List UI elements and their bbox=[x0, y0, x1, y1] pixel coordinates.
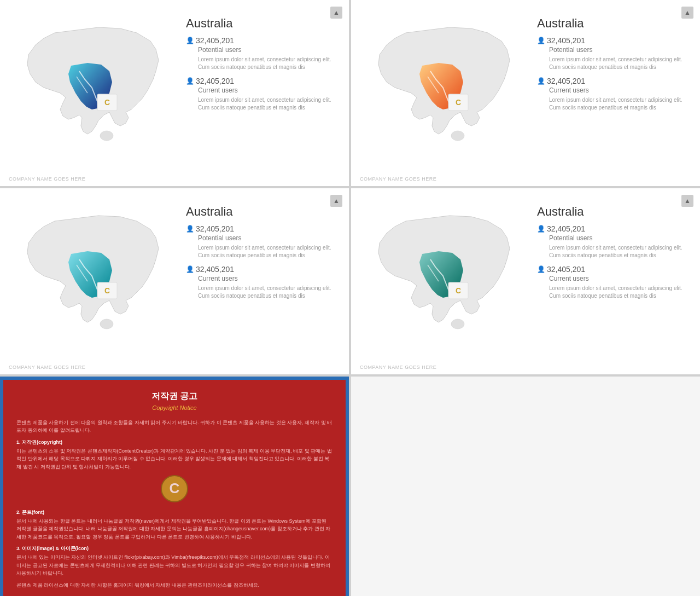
card-2-map: C bbox=[362, 16, 526, 170]
card-3-potential-desc: Lorem ipsum dolor sit amet, consectetur … bbox=[198, 244, 338, 259]
card-1-potential-desc: Lorem ipsum dolor sit amet, consectetur … bbox=[198, 56, 338, 71]
svg-point-2 bbox=[100, 131, 113, 141]
card-3-current-desc: Lorem ipsum dolor sit amet, consectetur … bbox=[198, 285, 338, 300]
card-3-company: COMPANY NAME GOES HERE bbox=[9, 364, 85, 370]
copyright-box: 저작권 공고 Copyright Notice 콘텐츠 제품을 사용하기 전에 … bbox=[3, 380, 346, 596]
copyright-section-3: 3. 이미지(image) & 아이콘(icon) 문서 내에 있는 이미지는 … bbox=[16, 545, 332, 577]
card-3-potential-count: 32,405,201 bbox=[196, 224, 234, 233]
copyright-section-2: 2. 폰트(font) 문서 내에 사용되는 한글 폰트는 내러너 나눔글꼴 저… bbox=[16, 509, 332, 541]
card-4-potential-desc: Lorem ipsum dolor sit amet, consectetur … bbox=[549, 244, 689, 259]
card-4-title: Australia bbox=[537, 205, 689, 219]
card-4-potential-count: 32,405,201 bbox=[547, 224, 585, 233]
card-2-current-desc: Lorem ipsum dolor sit amet, consectetur … bbox=[549, 96, 689, 112]
card-3-info: Australia 👤 32,405,201 Potential users L… bbox=[186, 199, 338, 305]
copyright-title-english: Copyright Notice bbox=[16, 404, 332, 411]
svg-text:C: C bbox=[104, 98, 110, 107]
person-icon-2b: 👤 bbox=[537, 77, 545, 85]
person-icon-4a: 👤 bbox=[537, 225, 545, 233]
card-2-info: Australia 👤 32,405,201 Potential users L… bbox=[537, 11, 689, 117]
card-1-current-desc: Lorem ipsum dolor sit amet, consectetur … bbox=[198, 96, 338, 112]
card-2-company: COMPANY NAME GOES HERE bbox=[360, 176, 436, 182]
main-grid: ▲ C bbox=[0, 0, 700, 596]
card-4-map: C bbox=[362, 205, 526, 358]
svg-text:C: C bbox=[104, 286, 110, 295]
card-1-potential-stat-row: 👤 32,405,201 bbox=[186, 36, 338, 45]
svg-text:C: C bbox=[456, 98, 461, 107]
card-3-title: Australia bbox=[186, 205, 338, 219]
person-icon-2a: 👤 bbox=[537, 37, 545, 44]
card-2-title: Australia bbox=[537, 16, 689, 31]
copyright-badge-icon: C bbox=[161, 475, 188, 502]
svg-point-8 bbox=[100, 319, 113, 329]
card-2-current-count: 32,405,201 bbox=[547, 77, 585, 85]
card-4-info: Australia 👤 32,405,201 Potential users L… bbox=[537, 199, 689, 305]
copyright-section-1-body: 이는 콘텐츠의 소유 및 저작권은 콘텐츠제작자(ContentCreator)… bbox=[16, 447, 332, 471]
card-2-potential-desc: Lorem ipsum dolor sit amet, consectetur … bbox=[549, 56, 689, 71]
card-2-potential-stat-row: 👤 32,405,201 bbox=[537, 36, 689, 45]
card-2-potential-label: Potential users bbox=[549, 46, 689, 54]
person-icon-1b: 👤 bbox=[186, 77, 194, 85]
person-icon-4b: 👤 bbox=[537, 265, 545, 273]
card-1-current-label: Current users bbox=[198, 86, 338, 94]
card-3-potential-stat-row: 👤 32,405,201 bbox=[186, 224, 338, 233]
copyright-section-1: 1. 저작권(copyright) 이는 콘텐츠의 소유 및 저작권은 콘텐츠제… bbox=[16, 439, 332, 471]
svg-text:C: C bbox=[170, 480, 180, 496]
card-4-current-stat-row: 👤 32,405,201 bbox=[537, 265, 689, 274]
card-4: ▲ C Australia 👤 bbox=[351, 188, 700, 374]
card-3-current-stat-row: 👤 32,405,201 bbox=[186, 265, 338, 274]
card-1-potential-count: 32,405,201 bbox=[196, 36, 234, 45]
copyright-section-2-title: 2. 폰트(font) bbox=[16, 509, 332, 516]
card-1-map: C bbox=[11, 16, 175, 170]
card-1: ▲ C bbox=[0, 0, 349, 186]
card-4-corner-button[interactable]: ▲ bbox=[681, 195, 693, 207]
copyright-intro: 콘텐츠 제품을 사용하기 전에 다음의 원칙과 조항들을 자세히 읽어 주시기 … bbox=[16, 419, 332, 435]
card-3-current-count: 32,405,201 bbox=[196, 265, 234, 274]
card-1-info: Australia 👤 32,405,201 Potential users L… bbox=[186, 11, 338, 117]
bottom-right-empty bbox=[351, 377, 700, 596]
card-2-current-stat-row: 👤 32,405,201 bbox=[537, 77, 689, 85]
svg-text:C: C bbox=[456, 286, 461, 295]
person-icon-1a: 👤 bbox=[186, 37, 194, 44]
card-2-corner-button[interactable]: ▲ bbox=[681, 7, 693, 19]
person-icon-3a: 👤 bbox=[186, 225, 194, 233]
copyright-footer: 콘텐츠 제품 라이선스에 대한 자세한 사항은 홈페이지 워킹에서 자세한 내용… bbox=[16, 581, 332, 589]
card-1-potential-label: Potential users bbox=[198, 46, 338, 54]
card-3-potential-label: Potential users bbox=[198, 234, 338, 242]
svg-point-5 bbox=[451, 131, 464, 141]
card-3-map: C bbox=[11, 205, 175, 358]
copyright-title-korean: 저작권 공고 bbox=[16, 391, 332, 402]
card-1-current-count: 32,405,201 bbox=[196, 77, 234, 85]
card-4-current-desc: Lorem ipsum dolor sit amet, consectetur … bbox=[549, 285, 689, 300]
card-3-current-label: Current users bbox=[198, 275, 338, 282]
card-2: ▲ C Australia 👤 bbox=[351, 0, 700, 186]
copyright-section-1-title: 1. 저작권(copyright) bbox=[16, 439, 332, 446]
svg-point-11 bbox=[451, 319, 464, 329]
card-4-potential-stat-row: 👤 32,405,201 bbox=[537, 224, 689, 233]
card-1-current-stat-row: 👤 32,405,201 bbox=[186, 77, 338, 85]
card-4-company: COMPANY NAME GOES HERE bbox=[360, 364, 436, 370]
card-4-potential-label: Potential users bbox=[549, 234, 689, 242]
card-1-corner-button[interactable]: ▲ bbox=[330, 7, 342, 19]
copyright-section-3-body: 문서 내에 있는 이미지는 자신의 인터넷 사이트인 flickr(pixaba… bbox=[16, 553, 332, 577]
card-4-current-label: Current users bbox=[549, 275, 689, 282]
person-icon-3b: 👤 bbox=[186, 265, 194, 273]
card-4-current-count: 32,405,201 bbox=[547, 265, 585, 274]
copyright-section: 저작권 공고 Copyright Notice 콘텐츠 제품을 사용하기 전에 … bbox=[0, 377, 349, 596]
card-3: ▲ C Australia 👤 bbox=[0, 188, 349, 374]
copyright-section-2-body: 문서 내에 사용되는 한글 폰트는 내러너 나눔글꼴 저작권(naver)에게서… bbox=[16, 517, 332, 541]
card-1-title: Australia bbox=[186, 16, 338, 31]
card-2-current-label: Current users bbox=[549, 86, 689, 94]
card-3-corner-button[interactable]: ▲ bbox=[330, 195, 342, 207]
card-1-company: COMPANY NAME GOES HERE bbox=[9, 176, 85, 182]
card-2-potential-count: 32,405,201 bbox=[547, 36, 585, 45]
copyright-section-3-title: 3. 이미지(image) & 아이콘(icon) bbox=[16, 545, 332, 552]
